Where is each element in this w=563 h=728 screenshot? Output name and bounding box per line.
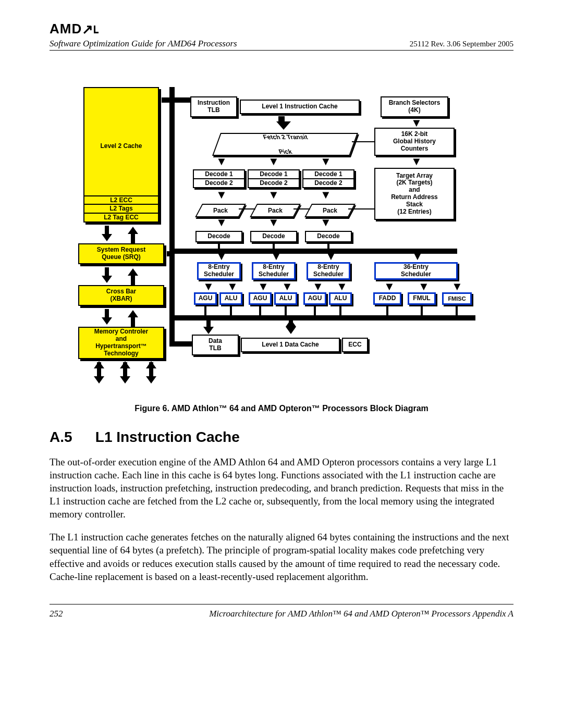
- sched8-col2: 8-EntryScheduler: [252, 262, 296, 280]
- l2-tag-ecc-row: L2 Tag ECC: [84, 213, 158, 221]
- section-number: A.5: [50, 429, 91, 446]
- block-diagram: Level 2 Cache L2 ECC L2 Tags L2 Tag ECC …: [52, 87, 511, 394]
- srq-block: System Request Queue (SRQ): [78, 243, 164, 264]
- branch-selectors-block: Branch Selectors (4K): [381, 96, 448, 117]
- figure-caption: Figure 6. AMD Athlon™ 64 and AMD Opteron…: [50, 404, 513, 413]
- fmisc: FMISC: [442, 292, 472, 305]
- page-footer: 252 Microarchitecture for AMD Athlon™ 64…: [50, 604, 513, 619]
- sched8-col3: 8-EntryScheduler: [307, 262, 350, 280]
- l2-tags-row: L2 Tags: [84, 204, 158, 213]
- alu-3: ALU: [329, 292, 352, 305]
- amd-logo: AMD↗: [50, 21, 513, 38]
- dtlb-block: Data TLB: [192, 335, 239, 355]
- l2-ecc-row: L2 ECC: [84, 195, 158, 204]
- l1i-cache-block: Level 1 Instruction Cache: [240, 100, 360, 114]
- page-header: Software Optimization Guide for AMD64 Pr…: [50, 39, 513, 51]
- l1d-cache-block: Level 1 Data Cache: [241, 338, 340, 352]
- itlb-block: Instruction TLB: [190, 96, 237, 117]
- section-heading: A.5 L1 Instruction Cache: [50, 429, 513, 446]
- ecc-block: ECC: [342, 338, 368, 352]
- body-paragraph-1: The out-of-order execution engine of the…: [50, 455, 513, 521]
- alu-1: ALU: [219, 292, 242, 305]
- sched8-col1: 8-EntryScheduler: [197, 262, 241, 280]
- body-paragraph-2: The L1 instruction cache generates fetch…: [50, 530, 513, 583]
- agu-2: AGU: [249, 292, 272, 305]
- decode12-col1: Decode 1 Decode 2: [193, 169, 245, 188]
- fadd: FADD: [373, 292, 401, 305]
- section-title: L1 Instruction Cache: [95, 429, 240, 445]
- decode-col2: Decode: [250, 231, 297, 242]
- decode-col3: Decode: [305, 231, 352, 242]
- agu-1: AGU: [194, 292, 217, 305]
- xbar-block: Cross Bar (XBAR): [78, 285, 164, 306]
- doc-revision: 25112 Rev. 3.06 September 2005: [410, 40, 513, 48]
- l2-cache-block: Level 2 Cache L2 ECC L2 Tags L2 Tag ECC: [83, 87, 159, 223]
- footer-text: Microarchitecture for AMD Athlon™ 64 and…: [209, 609, 513, 619]
- ghc-block-frame: 16K 2-bit Global History Counters: [374, 128, 455, 156]
- fetch-pick-block: Fetch 2 Transit Pick: [212, 133, 358, 156]
- alu-2: ALU: [274, 292, 297, 305]
- decode12-col3: Decode 1 Decode 2: [302, 169, 354, 188]
- agu-3: AGU: [303, 292, 326, 305]
- doc-title: Software Optimization Guide for AMD64 Pr…: [50, 39, 237, 49]
- sched36: 36-EntryScheduler: [374, 262, 458, 280]
- decode12-col2: Decode 1 Decode 2: [248, 169, 300, 188]
- page-number: 252: [50, 609, 63, 619]
- fmul: FMUL: [408, 292, 436, 305]
- mem-controller-block: Memory Controler and Hypertransport™ Tec…: [78, 327, 164, 359]
- target-array-block: Target Array (2K Targets) and Return Add…: [374, 168, 455, 220]
- decode-col1: Decode: [195, 231, 242, 242]
